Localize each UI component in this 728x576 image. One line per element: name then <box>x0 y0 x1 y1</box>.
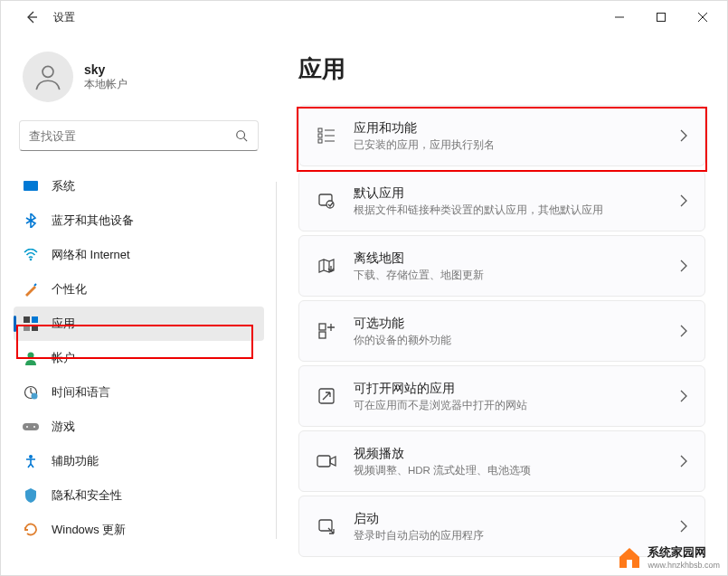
nav-list: 系统 蓝牙和其他设备 网络和 Internet 个性化 应用 帐户 <box>1 165 277 547</box>
nav-accessibility[interactable]: 辅助功能 <box>14 444 264 478</box>
user-block[interactable]: sky 本地帐户 <box>1 41 277 120</box>
card-sub: 下载、存储位置、地图更新 <box>354 269 679 282</box>
card-default-apps[interactable]: 默认应用根据文件和链接种类设置的默认应用，其他默认应用 <box>298 170 705 231</box>
card-title: 离线地图 <box>354 250 679 267</box>
titlebar: 设置 <box>1 1 727 33</box>
nav-label: 蓝牙和其他设备 <box>52 212 134 229</box>
nav-label: Windows 更新 <box>52 522 126 538</box>
maximize-button[interactable] <box>640 3 682 32</box>
window-title: 设置 <box>53 10 75 25</box>
card-apps-for-websites[interactable]: 可打开网站的应用可在应用而不是浏览器中打开的网站 <box>298 365 705 427</box>
svg-rect-26 <box>627 560 632 568</box>
watermark-url: www.hnzkhbsb.com <box>648 561 720 570</box>
nav-label: 辅助功能 <box>52 453 99 469</box>
svg-rect-5 <box>24 316 30 323</box>
optional-icon <box>316 320 337 342</box>
nav-personalization[interactable]: 个性化 <box>14 272 264 307</box>
shield-icon <box>23 487 39 504</box>
svg-rect-22 <box>319 332 326 338</box>
map-icon <box>316 255 337 277</box>
back-button[interactable] <box>23 8 41 26</box>
nav-apps[interactable]: 应用 <box>14 307 264 341</box>
main-content: 应用 应用和功能已安装的应用，应用执行别名 默认应用根据文件和链接种类设置的默认… <box>277 33 727 575</box>
bluetooth-icon <box>23 212 39 229</box>
svg-rect-0 <box>657 14 666 22</box>
minimize-button[interactable] <box>599 3 640 32</box>
gamepad-icon <box>23 419 39 435</box>
search-box[interactable] <box>19 120 259 151</box>
svg-point-14 <box>33 426 35 428</box>
nav-time-language[interactable]: 时间和语言 <box>14 375 264 410</box>
person-icon <box>33 61 63 92</box>
svg-point-1 <box>43 66 53 77</box>
user-name: sky <box>84 62 128 77</box>
watermark-title: 系统家园网 <box>648 544 720 561</box>
svg-rect-18 <box>318 139 322 143</box>
chevron-right-icon <box>679 325 688 337</box>
nav-network[interactable]: 网络和 Internet <box>14 238 264 272</box>
nav-label: 隐私和安全性 <box>52 487 122 504</box>
card-sub: 可在应用而不是浏览器中打开的网站 <box>354 399 679 412</box>
paint-icon <box>23 281 39 297</box>
card-title: 可选功能 <box>354 316 679 332</box>
wifi-icon <box>23 247 39 263</box>
svg-point-9 <box>28 353 34 359</box>
close-button[interactable] <box>682 3 723 32</box>
website-apps-icon <box>316 385 337 407</box>
account-icon <box>23 350 39 366</box>
svg-point-2 <box>237 131 245 139</box>
svg-rect-7 <box>24 325 30 331</box>
card-title: 默认应用 <box>354 185 679 202</box>
card-sub: 根据文件和链接种类设置的默认应用，其他默认应用 <box>354 203 679 217</box>
nav-label: 时间和语言 <box>52 384 110 401</box>
nav-bluetooth[interactable]: 蓝牙和其他设备 <box>14 203 264 238</box>
minimize-icon <box>615 13 624 22</box>
avatar <box>23 52 73 102</box>
close-icon <box>698 13 707 22</box>
svg-point-4 <box>30 259 33 261</box>
maximize-icon <box>657 13 666 22</box>
house-icon <box>617 544 642 570</box>
nav-accounts[interactable]: 帐户 <box>14 341 264 375</box>
svg-rect-21 <box>319 324 326 330</box>
nav-privacy[interactable]: 隐私和安全性 <box>14 478 264 513</box>
card-title: 启动 <box>354 511 679 527</box>
svg-rect-8 <box>32 325 38 331</box>
svg-rect-6 <box>32 316 38 323</box>
svg-rect-16 <box>318 128 322 132</box>
svg-rect-24 <box>317 456 330 467</box>
clock-globe-icon <box>23 384 39 401</box>
chevron-right-icon <box>679 194 688 207</box>
nav-windows-update[interactable]: Windows 更新 <box>14 513 264 547</box>
card-offline-maps[interactable]: 离线地图下载、存储位置、地图更新 <box>298 235 705 297</box>
search-input[interactable] <box>29 129 234 143</box>
svg-point-11 <box>32 393 38 400</box>
update-icon <box>23 522 39 538</box>
nav-label: 游戏 <box>52 419 75 435</box>
accessibility-icon <box>23 453 39 469</box>
svg-rect-12 <box>23 423 39 430</box>
chevron-right-icon <box>679 129 688 142</box>
nav-label: 应用 <box>52 316 75 332</box>
card-sub: 你的设备的额外功能 <box>354 334 679 347</box>
nav-system[interactable]: 系统 <box>14 169 264 203</box>
nav-label: 网络和 Internet <box>52 247 130 263</box>
nav-gaming[interactable]: 游戏 <box>14 410 264 444</box>
chevron-right-icon <box>679 260 688 272</box>
page-title: 应用 <box>298 53 705 85</box>
default-apps-icon <box>316 190 337 212</box>
card-video-playback[interactable]: 视频播放视频调整、HDR 流式处理、电池选项 <box>298 430 705 492</box>
card-sub: 登录时自动启动的应用程序 <box>354 529 679 543</box>
startup-icon <box>316 515 337 537</box>
nav-label: 个性化 <box>52 281 87 297</box>
card-optional-features[interactable]: 可选功能你的设备的额外功能 <box>298 300 705 362</box>
apps-icon <box>23 316 39 332</box>
card-apps-features[interactable]: 应用和功能已安装的应用，应用执行别名 <box>298 105 705 166</box>
card-list: 应用和功能已安装的应用，应用执行别名 默认应用根据文件和链接种类设置的默认应用，… <box>298 105 705 557</box>
list-icon <box>316 125 337 146</box>
nav-label: 帐户 <box>52 350 75 366</box>
system-icon <box>23 178 39 194</box>
sidebar: sky 本地帐户 系统 蓝牙和其他设备 网络和 Internet 个 <box>1 33 277 575</box>
svg-point-13 <box>26 426 28 428</box>
user-subtitle: 本地帐户 <box>84 77 128 92</box>
